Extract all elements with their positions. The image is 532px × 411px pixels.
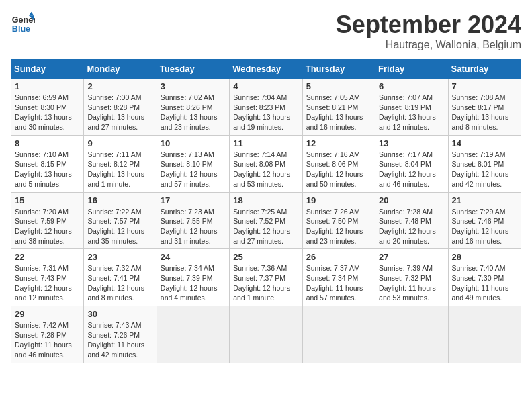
day-number: 26 [306,252,371,262]
day-number: 28 [452,252,517,262]
day-info: Sunrise: 7:02 AM Sunset: 8:26 PM Dayligh… [161,93,226,132]
subtitle: Hautrage, Wallonia, Belgium [336,39,521,51]
day-info: Sunrise: 7:20 AM Sunset: 7:59 PM Dayligh… [15,207,80,246]
calendar-cell: 22Sunrise: 7:31 AM Sunset: 7:43 PM Dayli… [11,249,84,306]
calendar-cell [375,306,448,363]
main-title: September 2024 [336,11,521,39]
col-wednesday: Wednesday [230,60,302,79]
day-info: Sunrise: 7:32 AM Sunset: 7:41 PM Dayligh… [87,263,152,303]
col-saturday: Saturday [448,60,521,79]
calendar-cell: 1Sunrise: 6:59 AM Sunset: 8:30 PM Daylig… [11,79,84,136]
day-number: 8 [15,138,80,148]
calendar-cell: 20Sunrise: 7:28 AM Sunset: 7:48 PM Dayli… [375,192,448,249]
svg-text:Blue: Blue [12,24,30,34]
col-monday: Monday [84,60,157,79]
calendar-table: Sunday Monday Tuesday Wednesday Thursday… [11,59,521,363]
day-info: Sunrise: 7:11 AM Sunset: 8:12 PM Dayligh… [87,150,152,189]
calendar-cell [157,306,229,363]
calendar-cell: 8Sunrise: 7:10 AM Sunset: 8:15 PM Daylig… [11,135,84,192]
day-number: 14 [452,138,517,148]
day-info: Sunrise: 7:40 AM Sunset: 7:30 PM Dayligh… [452,263,517,303]
calendar-cell: 25Sunrise: 7:36 AM Sunset: 7:37 PM Dayli… [230,249,302,306]
day-number: 19 [306,195,371,205]
day-number: 20 [379,195,444,205]
calendar-cell: 18Sunrise: 7:25 AM Sunset: 7:52 PM Dayli… [230,192,302,249]
day-number: 7 [452,81,517,91]
calendar-week-2: 8Sunrise: 7:10 AM Sunset: 8:15 PM Daylig… [11,135,521,192]
day-info: Sunrise: 7:00 AM Sunset: 8:28 PM Dayligh… [87,93,152,132]
day-number: 1 [15,81,80,91]
logo: General Blue [11,11,35,35]
calendar-cell: 28Sunrise: 7:40 AM Sunset: 7:30 PM Dayli… [448,249,521,306]
day-info: Sunrise: 7:39 AM Sunset: 7:32 PM Dayligh… [379,263,444,303]
day-number: 6 [379,81,444,91]
day-number: 25 [233,252,298,262]
day-number: 12 [306,138,371,148]
calendar-week-1: 1Sunrise: 6:59 AM Sunset: 8:30 PM Daylig… [11,79,521,136]
calendar-cell: 2Sunrise: 7:00 AM Sunset: 8:28 PM Daylig… [84,79,157,136]
day-number: 13 [379,138,444,148]
calendar-cell: 9Sunrise: 7:11 AM Sunset: 8:12 PM Daylig… [84,135,157,192]
calendar-cell: 13Sunrise: 7:17 AM Sunset: 8:04 PM Dayli… [375,135,448,192]
calendar-cell: 10Sunrise: 7:13 AM Sunset: 8:10 PM Dayli… [157,135,229,192]
calendar-cell: 24Sunrise: 7:34 AM Sunset: 7:39 PM Dayli… [157,249,229,306]
day-number: 10 [161,138,226,148]
calendar-week-3: 15Sunrise: 7:20 AM Sunset: 7:59 PM Dayli… [11,192,521,249]
day-number: 18 [233,195,298,205]
day-number: 30 [87,309,152,319]
day-number: 4 [233,81,298,91]
day-number: 15 [15,195,80,205]
calendar-cell: 3Sunrise: 7:02 AM Sunset: 8:26 PM Daylig… [157,79,229,136]
calendar-cell: 21Sunrise: 7:29 AM Sunset: 7:46 PM Dayli… [448,192,521,249]
day-info: Sunrise: 7:07 AM Sunset: 8:19 PM Dayligh… [379,93,444,132]
day-number: 5 [306,81,371,91]
calendar-cell: 5Sunrise: 7:05 AM Sunset: 8:21 PM Daylig… [302,79,375,136]
col-thursday: Thursday [302,60,375,79]
header: General Blue September 2024 Hautrage, Wa… [11,11,521,51]
calendar-week-4: 22Sunrise: 7:31 AM Sunset: 7:43 PM Dayli… [11,249,521,306]
day-info: Sunrise: 7:42 AM Sunset: 7:28 PM Dayligh… [15,320,80,360]
day-info: Sunrise: 7:26 AM Sunset: 7:50 PM Dayligh… [306,207,371,246]
calendar-cell: 6Sunrise: 7:07 AM Sunset: 8:19 PM Daylig… [375,79,448,136]
day-info: Sunrise: 6:59 AM Sunset: 8:30 PM Dayligh… [15,93,80,132]
day-number: 16 [87,195,152,205]
col-friday: Friday [375,60,448,79]
header-row: Sunday Monday Tuesday Wednesday Thursday… [11,60,521,79]
day-number: 2 [87,81,152,91]
day-info: Sunrise: 7:23 AM Sunset: 7:55 PM Dayligh… [161,207,226,246]
day-info: Sunrise: 7:36 AM Sunset: 7:37 PM Dayligh… [233,263,298,303]
day-number: 17 [161,195,226,205]
day-info: Sunrise: 7:04 AM Sunset: 8:23 PM Dayligh… [233,93,298,132]
day-number: 9 [87,138,152,148]
calendar-cell: 30Sunrise: 7:43 AM Sunset: 7:26 PM Dayli… [84,306,157,363]
calendar-cell: 23Sunrise: 7:32 AM Sunset: 7:41 PM Dayli… [84,249,157,306]
day-info: Sunrise: 7:29 AM Sunset: 7:46 PM Dayligh… [452,207,517,246]
calendar-cell [302,306,375,363]
day-info: Sunrise: 7:05 AM Sunset: 8:21 PM Dayligh… [306,93,371,132]
day-info: Sunrise: 7:25 AM Sunset: 7:52 PM Dayligh… [233,207,298,246]
calendar-cell: 4Sunrise: 7:04 AM Sunset: 8:23 PM Daylig… [230,79,302,136]
calendar-cell: 15Sunrise: 7:20 AM Sunset: 7:59 PM Dayli… [11,192,84,249]
calendar-cell: 17Sunrise: 7:23 AM Sunset: 7:55 PM Dayli… [157,192,229,249]
day-number: 11 [233,138,298,148]
day-number: 21 [452,195,517,205]
day-info: Sunrise: 7:43 AM Sunset: 7:26 PM Dayligh… [87,320,152,360]
calendar-cell: 29Sunrise: 7:42 AM Sunset: 7:28 PM Dayli… [11,306,84,363]
col-tuesday: Tuesday [157,60,229,79]
calendar-cell: 11Sunrise: 7:14 AM Sunset: 8:08 PM Dayli… [230,135,302,192]
calendar-week-5: 29Sunrise: 7:42 AM Sunset: 7:28 PM Dayli… [11,306,521,363]
day-info: Sunrise: 7:17 AM Sunset: 8:04 PM Dayligh… [379,150,444,189]
day-info: Sunrise: 7:10 AM Sunset: 8:15 PM Dayligh… [15,150,80,189]
day-number: 24 [161,252,226,262]
day-info: Sunrise: 7:19 AM Sunset: 8:01 PM Dayligh… [452,150,517,189]
calendar-cell: 12Sunrise: 7:16 AM Sunset: 8:06 PM Dayli… [302,135,375,192]
day-info: Sunrise: 7:31 AM Sunset: 7:43 PM Dayligh… [15,263,80,303]
day-info: Sunrise: 7:16 AM Sunset: 8:06 PM Dayligh… [306,150,371,189]
calendar-cell [230,306,302,363]
day-info: Sunrise: 7:22 AM Sunset: 7:57 PM Dayligh… [87,207,152,246]
calendar-cell: 7Sunrise: 7:08 AM Sunset: 8:17 PM Daylig… [448,79,521,136]
day-info: Sunrise: 7:08 AM Sunset: 8:17 PM Dayligh… [452,93,517,132]
calendar-cell: 19Sunrise: 7:26 AM Sunset: 7:50 PM Dayli… [302,192,375,249]
logo-icon: General Blue [11,11,35,35]
day-number: 23 [87,252,152,262]
